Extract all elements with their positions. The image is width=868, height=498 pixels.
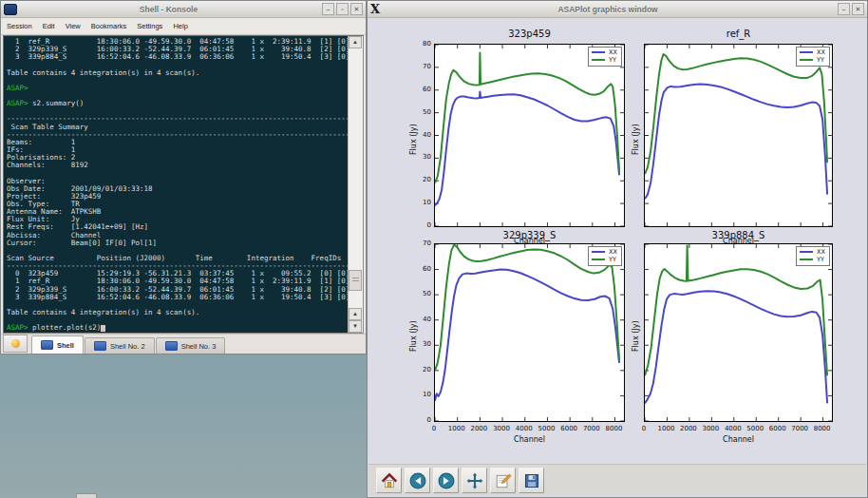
plot-title: 329p339_S [425, 230, 634, 240]
session-tabbar: Shell Shell No. 2 Shell No. 3 [1, 334, 366, 354]
forward-button[interactable] [433, 468, 459, 493]
y-tick-label: 10 [410, 199, 431, 206]
maximize-button[interactable]: ▫ [336, 3, 349, 15]
y-tick-label: 60 [410, 265, 431, 273]
series-XX [435, 91, 619, 205]
taskbar-peek [76, 493, 97, 498]
tab-shell-2[interactable]: Shell No. 2 [85, 337, 155, 354]
x-tick-label: 8000 [600, 425, 629, 432]
terminal-scrollbar[interactable]: ▲ ▲ ▼ [348, 36, 363, 333]
terminal-line [7, 169, 348, 177]
terminal-line [7, 77, 348, 85]
asaplot-titlebar[interactable]: X ASAPlot graphics window – ✕ [368, 1, 867, 18]
y-axis-label: Flux (Jy) [409, 124, 418, 155]
edit-page-icon [495, 472, 512, 489]
scroll-up-button-bottom[interactable]: ▲ [349, 308, 362, 320]
y-tick-label: 20 [410, 176, 431, 183]
text-cursor [101, 325, 105, 333]
legend-entry-YY: YY [800, 256, 825, 263]
tab-label: Shell [57, 341, 74, 350]
back-arrow-icon [409, 472, 426, 489]
scrollbar-thumb[interactable] [349, 270, 362, 291]
legend-entry-YY: YY [800, 56, 825, 64]
tab-label: Shell No. 2 [110, 342, 145, 351]
menu-bookmarks[interactable]: Bookmarks [91, 22, 127, 30]
pan-arrows-icon [466, 472, 483, 489]
home-button[interactable] [376, 468, 402, 493]
y-tick-label: 50 [410, 290, 431, 297]
y-tick-label: 0 [410, 416, 431, 424]
y-tick-label: 60 [410, 86, 431, 93]
new-session-button[interactable] [3, 335, 28, 353]
plot-axes [644, 243, 833, 422]
legend-entry-XX: XX [592, 48, 617, 56]
terminal-line: 3 339p884_S 16:52:04.6 -46.08.33.9 06:36… [7, 294, 348, 301]
save-button[interactable] [519, 468, 544, 493]
shell-icon [165, 341, 178, 351]
subplot-339p884_S: 339p884_S Flux (Jy) 01000200030004000500… [644, 243, 833, 422]
subplot-323p459: 323p459 Flux (Jy) 01020304050607080 Chan… [434, 44, 625, 227]
tab-shell-1[interactable]: Shell [31, 335, 84, 354]
shell-icon [41, 340, 53, 350]
minimize-button[interactable]: – [838, 3, 850, 15]
terminal-line: Table contains 4 integration(s) in 4 sca… [7, 309, 348, 316]
menu-view[interactable]: View [66, 22, 81, 30]
series-XX [645, 291, 827, 403]
konsole-titlebar[interactable]: Shell - Konsole – ▫ ✕ [1, 1, 366, 18]
plot-legend: XXYY [588, 47, 622, 67]
tab-label: Shell No. 3 [181, 342, 217, 351]
terminal-frame: 1 ref_R 18:30:06.0 -49.59.30.0 04:47:58 … [3, 35, 364, 334]
plot-axes [434, 243, 625, 422]
tab-shell-3[interactable]: Shell No. 3 [156, 337, 226, 354]
legend-entry-YY: YY [592, 256, 617, 263]
shell-icon [94, 341, 106, 351]
asaplot-window-title: ASAPlot graphics window [380, 5, 836, 14]
asaplot-window: X ASAPlot graphics window – ✕ 323p459 Fl… [367, 0, 868, 498]
y-tick-label: 80 [410, 40, 431, 48]
menu-session[interactable]: Session [7, 22, 32, 30]
konsole-app-icon [4, 4, 17, 15]
legend-entry-YY: YY [592, 56, 617, 64]
matplotlib-figure: 323p459 Flux (Jy) 01020304050607080 Chan… [368, 18, 866, 464]
konsole-menubar: Session Edit View Bookmarks Settings Hel… [1, 18, 366, 35]
y-tick-label: 70 [410, 239, 431, 247]
minimize-button[interactable]: – [322, 3, 334, 15]
terminal-line: Cursor: Beam[0] IF[0] Pol[1] [7, 239, 348, 247]
plot-title: ref_R [634, 29, 842, 39]
series-YY [435, 52, 619, 182]
plot-title: 339p884_S [634, 230, 842, 240]
close-button[interactable]: ✕ [852, 3, 864, 15]
subplot-config-button[interactable] [490, 468, 516, 493]
plot-legend: XXYY [796, 47, 830, 67]
y-tick-label: 20 [410, 366, 431, 374]
series-XX [435, 270, 619, 401]
subplot-329p339_S: 329p339_S Flux (Jy) 010203040506070 0100… [434, 243, 625, 422]
terminal-line: 3 339p884_S 16:52:04.6 -46.08.33.9 06:36… [7, 53, 348, 61]
subplot-ref_R: ref_R Flux (Jy) Channel XXYY [644, 44, 833, 227]
terminal-line: ASAP> plotter.plot(s2) [7, 324, 348, 332]
x-axis-label: Channel [644, 435, 833, 444]
close-button[interactable]: ✕ [350, 3, 363, 15]
series-XX [645, 85, 827, 200]
y-axis-label: Flux (Jy) [632, 320, 640, 352]
plot-legend: XXYY [796, 246, 830, 266]
konsole-window: Shell - Konsole – ▫ ✕ Session Edit View … [0, 0, 367, 354]
menu-settings[interactable]: Settings [137, 22, 162, 30]
save-floppy-icon [523, 472, 540, 489]
plot-axes [434, 44, 625, 227]
new-session-icon [11, 339, 20, 348]
legend-entry-XX: XX [800, 48, 825, 56]
scroll-down-button[interactable]: ▼ [349, 320, 362, 333]
y-tick-label: 0 [410, 221, 431, 229]
legend-entry-XX: XX [800, 248, 825, 256]
pan-button[interactable] [462, 468, 487, 493]
menu-edit[interactable]: Edit [43, 22, 55, 30]
scroll-up-button[interactable]: ▲ [349, 36, 362, 48]
terminal-line: ASAP> [7, 85, 348, 92]
konsole-window-title: Shell - Konsole [17, 5, 320, 14]
terminal-output[interactable]: 1 ref_R 18:30:06.0 -49.59.30.0 04:47:58 … [4, 36, 348, 333]
back-button[interactable] [405, 468, 430, 493]
matplotlib-toolbar [368, 464, 866, 496]
y-axis-label: Flux (Jy) [409, 320, 418, 352]
menu-help[interactable]: Help [173, 22, 187, 30]
